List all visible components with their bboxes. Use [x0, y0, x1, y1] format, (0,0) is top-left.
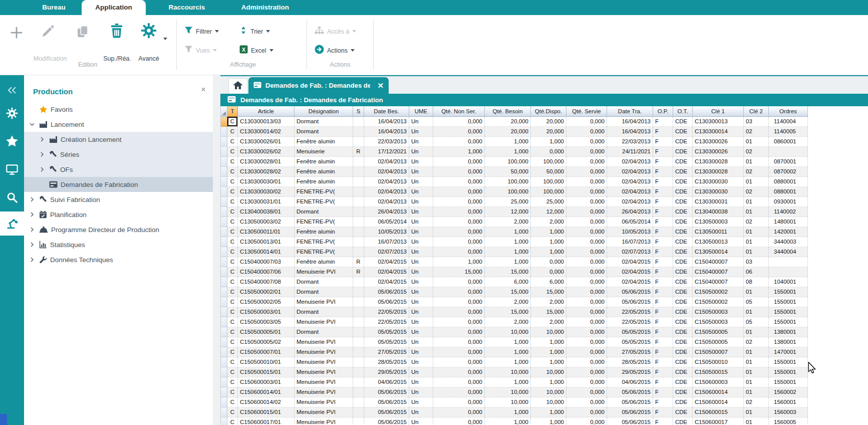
- grid-cell[interactable]: Menuiserie PVI: [295, 347, 353, 357]
- grid-cell[interactable]: Menuiserie: [295, 147, 353, 157]
- grid-cell[interactable]: [353, 367, 364, 377]
- grid-cell[interactable]: 10,000: [485, 327, 531, 337]
- grid-cell[interactable]: F: [653, 317, 673, 327]
- grid-cell[interactable]: Dormant: [295, 307, 353, 317]
- add-button[interactable]: [9, 25, 24, 42]
- grid-cell[interactable]: 0,000: [433, 307, 485, 317]
- grid-cell[interactable]: 1140005: [769, 127, 808, 137]
- grid-cell[interactable]: 01: [744, 307, 769, 317]
- grid-cell[interactable]: [353, 207, 364, 217]
- grid-cell[interactable]: 0,000: [566, 207, 607, 217]
- sidebar-item-statistiques[interactable]: Statistiques: [24, 237, 213, 252]
- grid-cell[interactable]: C: [227, 197, 238, 207]
- excel-button[interactable]: X Excel: [239, 45, 273, 56]
- grid-cell[interactable]: Un: [409, 207, 433, 217]
- grid-cell[interactable]: 10,000: [485, 387, 531, 397]
- grid-cell[interactable]: 01: [744, 417, 769, 425]
- grid-cell[interactable]: 08: [744, 277, 769, 287]
- row-selector[interactable]: [221, 277, 227, 287]
- grid-cell[interactable]: 0,000: [433, 117, 485, 127]
- grid-cell[interactable]: 0,000: [566, 287, 607, 297]
- grid-cell[interactable]: 1550001: [769, 377, 808, 387]
- grid-cell[interactable]: C150500002/01: [238, 287, 295, 297]
- grid-cell[interactable]: C150400007/08: [238, 277, 295, 287]
- grid-cell[interactable]: C150400007: [693, 277, 744, 287]
- grid-cell[interactable]: C: [227, 297, 238, 307]
- grid-cell[interactable]: C: [227, 137, 238, 147]
- grid-cell[interactable]: 100,000: [485, 177, 531, 187]
- grid-cell[interactable]: 0,000: [433, 327, 485, 337]
- grid-cell[interactable]: 0,000: [433, 157, 485, 167]
- grid-cell[interactable]: C150500010: [693, 357, 744, 367]
- grid-cell[interactable]: C: [227, 157, 238, 167]
- grid-cell[interactable]: F: [653, 147, 673, 157]
- row-selector[interactable]: [221, 297, 227, 307]
- sidebar-item-donn-es-techniques[interactable]: Données Techniques: [24, 252, 213, 267]
- copy-button[interactable]: [75, 24, 90, 41]
- grid-cell[interactable]: C130500014: [693, 247, 744, 257]
- grid-cell[interactable]: 0,000: [531, 267, 566, 277]
- grid-cell[interactable]: [353, 297, 364, 307]
- grid-cell[interactable]: [353, 157, 364, 167]
- grid-col-header-d-signation[interactable]: Désignation: [295, 106, 353, 117]
- grid-cell[interactable]: C150600014: [693, 397, 744, 407]
- grid-cell[interactable]: C130500011/01: [238, 227, 295, 237]
- grid-cell[interactable]: Fenêtre alumin: [295, 227, 353, 237]
- grid-cell[interactable]: [353, 277, 364, 287]
- grid-cell[interactable]: 22/03/2013: [364, 137, 409, 147]
- grid-cell[interactable]: 6,000: [485, 277, 531, 287]
- row-selector[interactable]: [221, 327, 227, 337]
- grid-cell[interactable]: 1040001: [769, 277, 808, 287]
- grid-cell[interactable]: Menuiserie PVI: [295, 417, 353, 425]
- grid-cell[interactable]: 1,000: [531, 337, 566, 347]
- grid-cell[interactable]: 6,000: [531, 277, 566, 287]
- grid-col-header-o-p-[interactable]: O.P.: [653, 106, 673, 117]
- grid-cell[interactable]: 0,000: [433, 377, 485, 387]
- grid-cell[interactable]: 01: [744, 367, 769, 377]
- grid-cell[interactable]: Un: [409, 167, 433, 177]
- row-selector[interactable]: [221, 387, 227, 397]
- grid-cell[interactable]: C: [227, 117, 238, 127]
- grid-cell[interactable]: 01: [744, 137, 769, 147]
- grid-cell[interactable]: 0,000: [433, 167, 485, 177]
- grid-cell[interactable]: C: [227, 397, 238, 407]
- grid-cell[interactable]: 26/04/2013: [364, 207, 409, 217]
- grid-cell[interactable]: 50,000: [531, 167, 566, 177]
- sidebar-item-planification[interactable]: Planification: [24, 207, 213, 222]
- rail-gear-button[interactable]: [0, 102, 24, 126]
- grid-cell[interactable]: 26/04/2013: [607, 207, 653, 217]
- menu-tab-raccourcis[interactable]: Raccourcis: [159, 0, 214, 15]
- grid-cell[interactable]: 03: [744, 257, 769, 267]
- grid-cell[interactable]: 1,000: [531, 347, 566, 357]
- grid-cell[interactable]: Dormant: [295, 207, 353, 217]
- row-selector[interactable]: [221, 217, 227, 227]
- grid-cell[interactable]: C150500002: [693, 287, 744, 297]
- grid-cell[interactable]: 1550001: [769, 307, 808, 317]
- grid-cell[interactable]: 02/04/2013: [607, 167, 653, 177]
- delete-button[interactable]: [108, 22, 125, 41]
- chevron-right-icon[interactable]: [29, 212, 35, 217]
- grid-cell[interactable]: Dormant: [295, 117, 353, 127]
- grid-col-header-cl-1[interactable]: Clé 1: [693, 106, 744, 117]
- grid-cell[interactable]: C: [227, 367, 238, 377]
- grid-cell[interactable]: 0,000: [566, 157, 607, 167]
- grid-cell[interactable]: Menuiserie PVI: [295, 317, 353, 327]
- grid-cell[interactable]: 05/06/2015: [607, 407, 653, 417]
- grid-cell[interactable]: Un: [409, 187, 433, 197]
- grid-cell[interactable]: 1,000: [531, 137, 566, 147]
- row-selector[interactable]: [221, 147, 227, 157]
- row-selector[interactable]: [221, 227, 227, 237]
- grid-cell[interactable]: 05/06/2015: [607, 417, 653, 425]
- grid-cell[interactable]: 02/04/2013: [364, 157, 409, 167]
- grid-cell[interactable]: Dormant: [295, 277, 353, 287]
- grid-cell[interactable]: 2,000: [531, 217, 566, 227]
- grid-cell[interactable]: 1,000: [485, 357, 531, 367]
- grid-cell[interactable]: 1,000: [485, 257, 531, 267]
- grid-col-header-t[interactable]: T: [227, 106, 238, 117]
- row-selector[interactable]: [221, 377, 227, 387]
- grid-cell[interactable]: F: [653, 167, 673, 177]
- grid-cell[interactable]: 50,000: [485, 167, 531, 177]
- grid-cell[interactable]: 0,000: [566, 317, 607, 327]
- grid-cell[interactable]: 0,000: [433, 207, 485, 217]
- row-selector[interactable]: [221, 237, 227, 247]
